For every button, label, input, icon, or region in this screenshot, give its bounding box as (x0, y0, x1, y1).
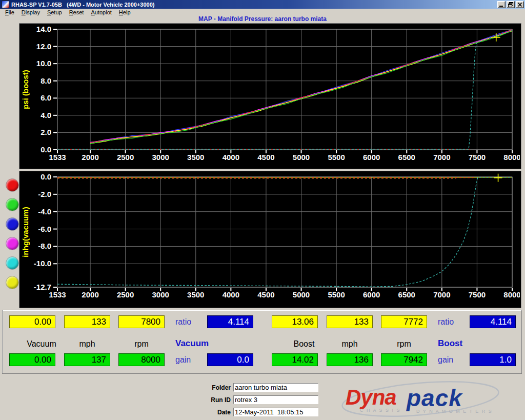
svg-text:inhg(vacuum): inhg(vacuum) (21, 207, 30, 257)
dynapack-logo-art: Dyna pack C H A S S I S D Y N A M O M E … (338, 379, 502, 419)
chart-title: MAP - Manifold Pressure: aaron turbo mia… (0, 16, 525, 23)
svg-text:2500: 2500 (117, 290, 134, 299)
right-cursor-rpm-value: 7772 (381, 315, 427, 328)
svg-text:3000: 3000 (152, 153, 169, 162)
svg-text:4500: 4500 (257, 290, 274, 299)
svg-text:-6.0: -6.0 (38, 225, 51, 233)
logo-text-pack: pack (406, 385, 463, 411)
legend-color-blue[interactable] (6, 217, 19, 231)
right-cursor-boost-value: 13.06 (272, 315, 318, 328)
left-cursor-rpm-value: 7800 (118, 315, 165, 328)
svg-text:4000: 4000 (223, 153, 239, 162)
window-controls (497, 1, 525, 8)
dynapack-logo: Dyna pack C H A S S I S D Y N A M O M E … (338, 379, 502, 419)
svg-text:2500: 2500 (117, 153, 134, 162)
boost-chart-svg: 0.02.04.06.08.010.012.014.01533200025003… (19, 24, 520, 169)
left-run-mph-value: 137 (64, 353, 110, 366)
svg-text:5500: 5500 (328, 290, 345, 299)
left-cursor-mph-value: 133 (64, 315, 110, 328)
left-col-label-2: mph (64, 339, 110, 349)
svg-text:5000: 5000 (293, 153, 310, 162)
right-col-label-2: mph (327, 339, 373, 349)
svg-text:8000: 8000 (503, 153, 520, 162)
menu-item-reset[interactable]: Reset (66, 9, 88, 16)
menu-item-display[interactable]: Display (18, 9, 44, 16)
svg-text:6500: 6500 (398, 290, 415, 299)
legend-color-magenta[interactable] (6, 237, 19, 250)
right-run-boost-value: 14.02 (272, 353, 318, 366)
svg-text:6000: 6000 (363, 153, 380, 162)
right-cursor-mph-value: 133 (327, 315, 373, 328)
svg-text:7500: 7500 (469, 290, 486, 299)
legend-color-yellow[interactable] (6, 276, 19, 289)
svg-text:5500: 5500 (328, 153, 345, 162)
title-bar[interactable]: RHAS-SP V1.7-05B (4WD - Motor Vehicle 20… (0, 0, 525, 9)
svg-text:5000: 5000 (293, 290, 310, 299)
run-id-label: Run ID (191, 396, 231, 404)
right-ratio-label: ratio (438, 317, 454, 327)
svg-text:3500: 3500 (187, 290, 204, 299)
left-col-label-1: Vacuum (18, 339, 65, 349)
svg-text:7000: 7000 (433, 290, 450, 299)
left-run-rpm-value: 8000 (118, 353, 165, 366)
svg-text:6000: 6000 (363, 290, 380, 299)
left-ratio-label: ratio (175, 317, 191, 327)
readout-right: 13.06 133 7772 ratio 4.114 Boost mph rpm… (265, 310, 525, 373)
svg-text:0.0: 0.0 (41, 172, 51, 181)
left-run-vacuum-value: 0.00 (9, 353, 55, 366)
vacuum-chart[interactable]: 0.0-2.0-4.0-6.0-8.0-10.0-12.715332000250… (19, 171, 521, 308)
menu-item-autoplot[interactable]: Autoplot (87, 9, 115, 16)
boost-chart[interactable]: 0.02.04.06.08.010.012.014.01533200025003… (19, 23, 521, 169)
logo-subtitle-chassis: C H A S S I S (360, 408, 401, 413)
svg-text:3500: 3500 (187, 153, 204, 162)
legend-color-cyan[interactable] (6, 256, 19, 270)
svg-text:12.0: 12.0 (36, 42, 51, 51)
svg-text:2000: 2000 (82, 290, 98, 299)
svg-text:7500: 7500 (469, 153, 486, 162)
date-row: Date (0, 408, 338, 416)
run-id-input[interactable] (233, 395, 318, 404)
svg-text:10.0: 10.0 (36, 59, 51, 68)
menu-item-file[interactable]: File (2, 9, 18, 16)
left-col-label-3: rpm (118, 339, 165, 349)
menu-item-help[interactable]: Help (115, 9, 134, 16)
legend-color-red[interactable] (6, 178, 19, 192)
restore-button[interactable] (507, 1, 515, 8)
svg-text:psi (boost): psi (boost) (21, 70, 30, 109)
svg-text:6.0: 6.0 (41, 93, 51, 102)
folder-input[interactable] (233, 383, 318, 392)
svg-text:2.0: 2.0 (41, 128, 51, 136)
date-label: Date (191, 409, 231, 416)
date-input[interactable] (233, 408, 318, 416)
folder-label: Folder (191, 384, 231, 391)
left-cursor-vacuum-value: 0.00 (9, 315, 55, 328)
right-section-label: Boost (438, 338, 462, 349)
svg-text:6500: 6500 (398, 153, 415, 162)
svg-text:2000: 2000 (82, 153, 98, 162)
legend-color-green[interactable] (6, 198, 19, 211)
svg-text:14.0: 14.0 (36, 25, 51, 33)
close-button[interactable] (516, 1, 524, 8)
right-ratio-value: 4.114 (470, 315, 516, 328)
svg-text:-10.0: -10.0 (34, 259, 51, 268)
menu-bar: FileDisplaySetupResetAutoplotHelp (0, 9, 525, 16)
app-icon (2, 1, 9, 8)
menu-item-setup[interactable]: Setup (44, 9, 66, 16)
svg-text:4.0: 4.0 (41, 111, 51, 119)
svg-text:-8.0: -8.0 (38, 242, 51, 250)
right-col-label-3: rpm (381, 339, 427, 349)
right-gain-label: gain (438, 355, 453, 365)
svg-text:3000: 3000 (152, 290, 169, 299)
svg-text:1533: 1533 (49, 290, 66, 299)
vacuum-chart-svg: 0.0-2.0-4.0-6.0-8.0-10.0-12.715332000250… (19, 171, 520, 308)
right-run-rpm-value: 7942 (381, 353, 427, 366)
svg-text:1533: 1533 (49, 153, 66, 162)
right-run-mph-value: 136 (327, 353, 373, 366)
minimize-icon (498, 2, 504, 8)
readout-panel: 0.00 133 7800 ratio 4.114 Vacuum mph rpm… (2, 310, 522, 374)
minimize-button[interactable] (497, 1, 506, 8)
svg-text:-2.0: -2.0 (38, 190, 51, 198)
svg-text:-4.0: -4.0 (38, 207, 51, 216)
svg-text:8.0: 8.0 (41, 76, 51, 85)
logo-text-dyna: Dyna (346, 385, 396, 409)
